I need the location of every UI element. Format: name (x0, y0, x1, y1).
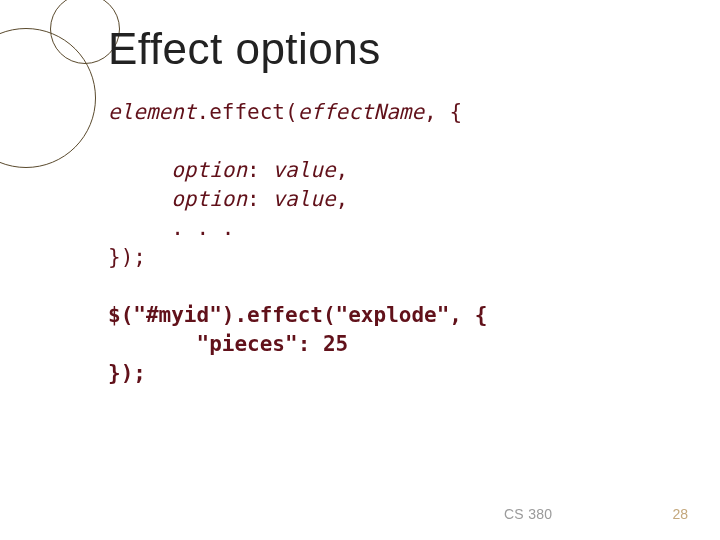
code-opt2-indent (108, 187, 171, 211)
code-opt2-value: value (272, 187, 335, 211)
code-opt1-comma: , (336, 158, 349, 182)
slide-content: Effect options element.effect(effectName… (108, 24, 680, 510)
code-block-syntax: element.effect(effectName, { option: val… (108, 98, 680, 388)
code-token-comma-brace: , { (424, 100, 462, 124)
decorative-swoosh (0, 0, 82, 540)
code-example-inner: "pieces": 25 (108, 332, 348, 356)
code-token-element: element (108, 100, 197, 124)
slide-footer: CS 380 28 (0, 506, 720, 522)
code-opt1-colon: : (247, 158, 272, 182)
decorative-arc-large (0, 28, 96, 168)
footer-page-number: 28 (672, 506, 688, 522)
code-opt2-option: option (171, 187, 247, 211)
slide-title: Effect options (108, 24, 680, 74)
code-example-call: $("#myid").effect("explode", { (108, 303, 487, 327)
code-close-1: }); (108, 245, 146, 269)
code-token-dot-effect: .effect( (197, 100, 298, 124)
code-opt2-colon: : (247, 187, 272, 211)
code-example-close: }); (108, 361, 146, 385)
code-opt2-comma: , (336, 187, 349, 211)
code-token-effectname: effectName (298, 100, 424, 124)
code-opt1-option: option (171, 158, 247, 182)
code-ellipsis-indent (108, 216, 171, 240)
code-opt1-indent (108, 158, 171, 182)
footer-course-label: CS 380 (504, 506, 553, 522)
code-opt1-value: value (272, 158, 335, 182)
code-ellipsis-text: . . . (171, 216, 234, 240)
